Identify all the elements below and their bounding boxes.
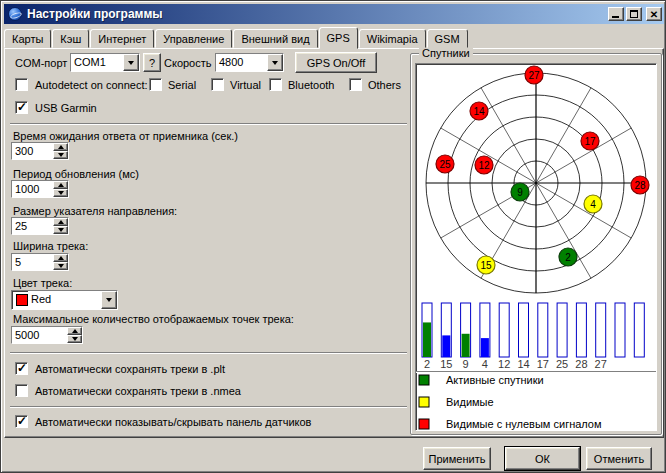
com-port-help-button[interactable]: ? (143, 53, 161, 72)
tab-kesh[interactable]: Кэш (52, 29, 89, 48)
virtual-label: Virtual (230, 79, 261, 91)
bluetooth-label: Bluetooth (288, 79, 334, 91)
tab-vneshniy-vid[interactable]: Внешний вид (233, 29, 317, 48)
track-color-select[interactable]: Red (11, 290, 118, 310)
separator (10, 406, 407, 408)
svg-text:12: 12 (498, 358, 510, 370)
arrow-up-icon (58, 145, 64, 149)
cancel-button[interactable]: Отменить (586, 447, 652, 470)
dropdown-arrow-icon (128, 61, 134, 65)
pointer-size-spinner[interactable]: 25 (11, 217, 69, 235)
others-label: Others (368, 79, 401, 91)
gps-onoff-button[interactable]: GPS On/Off (295, 52, 377, 73)
gps-tab-panel: COM-порт COM1 ? Скорость 4800 GPS On/Off… (4, 48, 664, 438)
update-period-label: Период обновления (мс) (13, 168, 139, 180)
tab-wikimapia[interactable]: Wikimapia (359, 29, 426, 48)
settings-window: Настройки программы ✕ Карты Кэш Интернет… (0, 0, 666, 473)
timeout-spinner[interactable]: 300 (11, 142, 69, 160)
chevron-down-icon[interactable] (267, 54, 283, 71)
svg-text:15: 15 (440, 358, 452, 370)
svg-text:28: 28 (634, 180, 646, 191)
com-port-label: COM-порт (15, 57, 67, 69)
auto-save-nmea-label: Автоматически сохранять треки в .nmea (35, 385, 241, 397)
svg-text:2: 2 (565, 252, 571, 263)
autodetect-label: Autodetect on connect: (35, 79, 148, 91)
satellites-groupbox: Спутники 2714172512289421521594121417252… (410, 53, 662, 435)
arrow-up-icon (72, 329, 78, 333)
tab-upravlenie[interactable]: Управление (155, 29, 232, 48)
bluetooth-checkbox[interactable] (269, 78, 282, 91)
track-color-label: Цвет трека: (13, 277, 72, 289)
spin-down-button[interactable] (53, 151, 68, 159)
arrow-down-icon (58, 191, 64, 195)
close-icon: ✕ (647, 8, 661, 20)
svg-text:4: 4 (590, 199, 596, 210)
spin-up-button[interactable] (53, 181, 68, 189)
spin-down-button[interactable] (53, 262, 68, 270)
arrow-down-icon (58, 264, 64, 268)
auto-save-nmea-checkbox[interactable] (15, 384, 28, 397)
update-period-spinner[interactable]: 1000 (11, 180, 69, 198)
close-button[interactable]: ✕ (646, 7, 662, 21)
satellites-panel: 2714172512289421521594121417252827Активн… (415, 63, 657, 431)
ok-button[interactable]: ОК (505, 447, 580, 470)
maximize-button[interactable] (626, 7, 642, 21)
virtual-checkbox[interactable] (211, 78, 224, 91)
others-checkbox[interactable] (349, 78, 362, 91)
satellites-group-title: Спутники (419, 47, 473, 59)
titlebar[interactable]: Настройки программы ✕ (4, 4, 664, 24)
separator (10, 123, 407, 125)
serial-checkbox[interactable] (149, 78, 162, 91)
svg-text:17: 17 (584, 136, 596, 147)
max-track-points-label: Максимальное количество отображаемых точ… (13, 313, 294, 325)
svg-text:28: 28 (575, 358, 587, 370)
arrow-up-icon (58, 183, 64, 187)
track-width-label: Ширина трека: (13, 240, 88, 252)
svg-text:Видимые с нулевым сигналом: Видимые с нулевым сигналом (446, 418, 602, 430)
separator (10, 352, 407, 354)
satellites-panel-svg: 2714172512289421521594121417252827Активн… (416, 64, 656, 430)
tab-gsm[interactable]: GSM (427, 29, 468, 48)
autodetect-checkbox[interactable] (15, 78, 28, 91)
spin-down-button[interactable] (53, 189, 68, 197)
maximize-icon (630, 10, 638, 18)
minimize-icon (612, 16, 619, 18)
speed-select[interactable]: 4800 (215, 53, 284, 72)
track-width-spinner[interactable]: 5 (11, 253, 69, 271)
max-track-points-spinner[interactable]: 5000 (11, 326, 83, 344)
arrow-up-icon (58, 256, 64, 260)
tab-bar: Карты Кэш Интернет Управление Внешний ви… (4, 26, 469, 48)
svg-text:14: 14 (473, 106, 485, 117)
window-controls: ✕ (608, 7, 662, 21)
apply-button[interactable]: Применить (423, 447, 491, 470)
window-title: Настройки программы (27, 7, 608, 21)
pointer-size-label: Размер указателя направления: (13, 205, 177, 217)
svg-text:Активные спутники: Активные спутники (446, 374, 544, 386)
svg-text:14: 14 (517, 358, 529, 370)
chevron-down-icon[interactable] (123, 54, 139, 71)
spin-up-button[interactable] (67, 327, 82, 335)
auto-save-plt-checkbox[interactable] (15, 362, 28, 375)
svg-text:12: 12 (478, 160, 490, 171)
svg-text:27: 27 (528, 70, 540, 81)
chevron-down-icon[interactable] (101, 291, 117, 309)
auto-sensors-panel-checkbox[interactable] (15, 415, 28, 428)
usb-garmin-label: USB Garmin (35, 102, 97, 114)
auto-save-plt-label: Автоматически сохранять треки в .plt (35, 363, 225, 375)
usb-garmin-checkbox[interactable] (15, 101, 28, 114)
spin-up-button[interactable] (53, 143, 68, 151)
svg-text:25: 25 (439, 159, 451, 170)
spin-down-button[interactable] (53, 226, 68, 234)
dropdown-arrow-icon (272, 61, 278, 65)
spin-down-button[interactable] (67, 335, 82, 343)
com-port-select[interactable]: COM1 (70, 53, 140, 72)
spin-up-button[interactable] (53, 254, 68, 262)
svg-text:4: 4 (482, 358, 488, 370)
spin-up-button[interactable] (53, 218, 68, 226)
auto-sensors-panel-label: Автоматически показывать/скрывать панель… (35, 416, 311, 428)
svg-text:27: 27 (595, 358, 607, 370)
tab-gps[interactable]: GPS (319, 27, 358, 49)
tab-karty[interactable]: Карты (4, 29, 51, 48)
tab-internet[interactable]: Интернет (90, 29, 154, 48)
minimize-button[interactable] (608, 7, 624, 21)
